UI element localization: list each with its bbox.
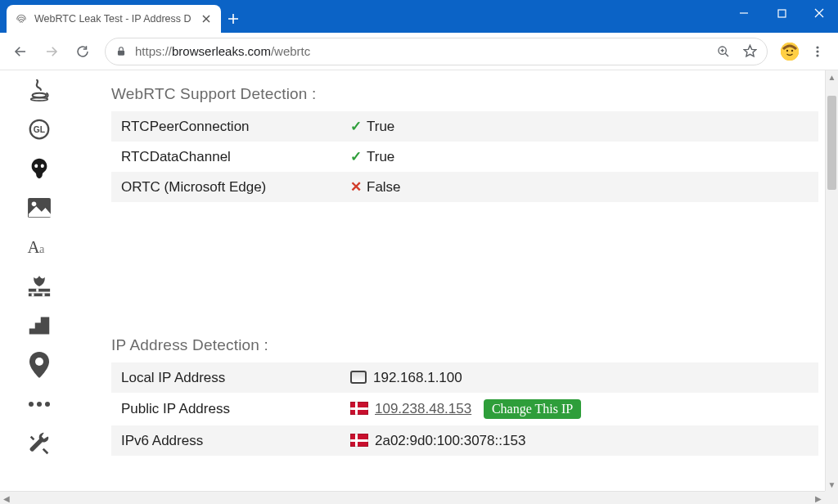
- flag-dk-icon: [350, 402, 368, 415]
- cross-icon: ✕: [350, 179, 362, 195]
- svg-rect-34: [36, 289, 38, 292]
- geolocation-icon[interactable]: [23, 350, 56, 380]
- check-icon: ✓: [350, 149, 362, 164]
- svg-text:a: a: [39, 242, 45, 255]
- minimize-button[interactable]: [725, 0, 763, 26]
- section-title-support: WebRTC Support Detection :: [111, 85, 818, 103]
- table-row: ORTC (Microsoft Edge) ✕False: [111, 172, 818, 202]
- svg-point-39: [37, 402, 42, 407]
- profile-avatar[interactable]: [776, 38, 804, 65]
- close-tab-icon[interactable]: [200, 12, 213, 25]
- svg-point-18: [791, 49, 793, 51]
- ip-table: Local IP Address 192.168.1.100 Public IP…: [111, 362, 818, 456]
- check-icon: ✓: [350, 119, 362, 134]
- horizontal-scrollbar[interactable]: ◀ ▶: [0, 491, 825, 504]
- canvas-icon[interactable]: [23, 154, 56, 183]
- more-icon[interactable]: [23, 389, 56, 419]
- vertical-scrollbar[interactable]: ▲ ▼: [825, 70, 838, 491]
- table-row: RTCDataChannel ✓True: [111, 142, 818, 172]
- image-icon[interactable]: [23, 193, 56, 223]
- forward-button[interactable]: [38, 38, 65, 65]
- svg-point-29: [32, 202, 37, 207]
- svg-rect-5: [778, 10, 786, 17]
- site-sidebar: GL Aa: [13, 70, 65, 491]
- support-table: RTCPeerConnection ✓True RTCDataChannel ✓…: [111, 111, 818, 202]
- scroll-down-icon[interactable]: ▼: [826, 478, 838, 491]
- java-icon[interactable]: [23, 75, 56, 105]
- section-title-ip: IP Address Detection :: [111, 336, 818, 354]
- support-value: ✓True: [340, 111, 818, 142]
- star-icon[interactable]: [743, 44, 757, 58]
- svg-point-26: [34, 164, 38, 167]
- scroll-thumb[interactable]: [827, 96, 836, 190]
- svg-text:A: A: [28, 237, 40, 256]
- url-text: https://browserleaks.com/webrtc: [135, 44, 310, 58]
- table-row: IPv6 Address 2a02:9d0:100:3078::153: [111, 425, 818, 456]
- support-label: ORTC (Microsoft Edge): [111, 172, 340, 202]
- flag-dk-icon: [350, 434, 368, 447]
- back-button[interactable]: [7, 38, 34, 65]
- svg-marker-15: [744, 45, 755, 56]
- maximize-button[interactable]: [763, 0, 800, 26]
- scroll-left-icon[interactable]: ◀: [0, 492, 13, 504]
- table-row: Local IP Address 192.168.1.100: [111, 362, 818, 393]
- support-value: ✕False: [340, 172, 818, 202]
- svg-point-23: [31, 97, 48, 101]
- svg-point-17: [786, 49, 788, 51]
- svg-point-38: [29, 402, 34, 407]
- change-ip-button[interactable]: Change This IP: [484, 399, 581, 419]
- support-value: ✓True: [340, 142, 818, 172]
- ip-value: 192.168.1.100: [340, 362, 818, 393]
- svg-point-21: [816, 54, 818, 56]
- lan-icon: [350, 371, 367, 384]
- window-controls: [725, 0, 838, 26]
- svg-text:GL: GL: [34, 125, 45, 134]
- browser-tab[interactable]: WebRTC Leak Test - IP Address D: [7, 5, 221, 33]
- svg-point-20: [816, 50, 818, 52]
- lock-icon: [115, 46, 127, 57]
- page-viewport: GL Aa WebRTC Support Detection :: [0, 70, 838, 491]
- zoom-icon[interactable]: [717, 45, 730, 58]
- ip-label: Public IP Address: [111, 393, 340, 425]
- scroll-track[interactable]: [826, 83, 838, 478]
- support-label: RTCDataChannel: [111, 142, 340, 172]
- fingerprint-icon: [15, 12, 28, 25]
- svg-line-12: [725, 53, 728, 56]
- close-window-button[interactable]: [800, 0, 838, 26]
- url-host: browserleaks.com: [172, 44, 271, 58]
- url-protocol: https://: [135, 44, 172, 58]
- ip-label: Local IP Address: [111, 362, 340, 393]
- svg-rect-36: [32, 293, 34, 296]
- scroll-right-icon[interactable]: ▶: [812, 492, 825, 504]
- reload-button[interactable]: [69, 38, 97, 65]
- table-row: RTCPeerConnection ✓True: [111, 111, 818, 142]
- fonts-icon[interactable]: Aa: [23, 232, 56, 262]
- tools-icon[interactable]: [23, 429, 56, 458]
- ip-value: 109.238.48.153 Change This IP: [340, 393, 818, 425]
- browser-toolbar: https://browserleaks.com/webrtc: [0, 33, 838, 70]
- ip-value: 2a02:9d0:100:3078::153: [340, 425, 818, 456]
- scroll-corner: [825, 491, 838, 504]
- svg-rect-35: [43, 293, 45, 296]
- page-content: WebRTC Support Detection : RTCPeerConnec…: [65, 70, 838, 491]
- table-row: Public IP Address 109.238.48.153 Change …: [111, 393, 818, 425]
- webgl-icon[interactable]: GL: [23, 115, 56, 144]
- url-path: /webrtc: [271, 44, 310, 58]
- firewall-icon[interactable]: [23, 272, 56, 301]
- svg-rect-32: [29, 289, 50, 292]
- new-tab-button[interactable]: [221, 5, 246, 33]
- ip-label: IPv6 Address: [111, 425, 340, 456]
- svg-point-37: [35, 358, 43, 366]
- svg-point-19: [816, 46, 818, 48]
- svg-point-27: [41, 164, 44, 167]
- svg-point-40: [45, 402, 50, 407]
- support-label: RTCPeerConnection: [111, 111, 340, 142]
- scroll-up-icon[interactable]: ▲: [826, 70, 838, 83]
- address-bar[interactable]: https://browserleaks.com/webrtc: [105, 38, 768, 65]
- svg-rect-10: [118, 50, 124, 55]
- public-ip-link[interactable]: 109.238.48.153: [375, 401, 471, 416]
- features-icon[interactable]: [23, 311, 56, 340]
- titlebar: WebRTC Leak Test - IP Address D: [0, 0, 838, 33]
- menu-button[interactable]: [804, 38, 831, 65]
- tab-title: WebRTC Leak Test - IP Address D: [34, 13, 193, 25]
